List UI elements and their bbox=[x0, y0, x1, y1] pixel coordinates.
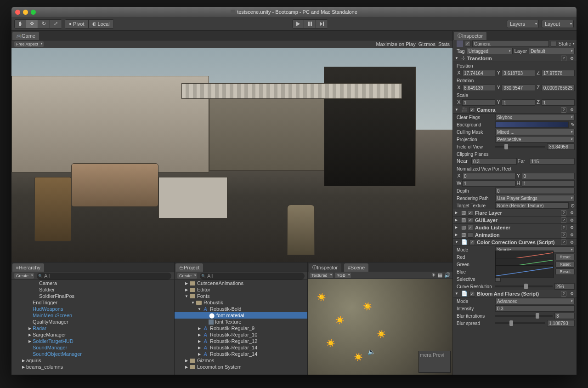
component-enable-checkbox[interactable] bbox=[468, 217, 473, 223]
layer-dropdown[interactable]: Default bbox=[529, 48, 575, 54]
hierarchy-item[interactable]: MainMenuScreen bbox=[11, 312, 174, 319]
hierarchy-item[interactable]: ▶SargeManager bbox=[11, 331, 174, 338]
hierarchy-item[interactable]: ▶beams_columns bbox=[11, 364, 174, 370]
blur-spread-input[interactable]: 1.188793 bbox=[547, 320, 575, 326]
gear-icon[interactable]: ⚙ bbox=[569, 217, 575, 223]
project-item[interactable]: ⬤font material bbox=[175, 312, 307, 319]
hand-tool-button[interactable] bbox=[14, 19, 26, 29]
component-header[interactable]: ▶▧Animation?⚙ bbox=[453, 231, 577, 239]
rotate-tool-button[interactable]: ↻ bbox=[38, 19, 50, 29]
hierarchy-item[interactable]: SoundObjectManager bbox=[11, 351, 174, 357]
hierarchy-item[interactable]: Camera bbox=[11, 280, 174, 286]
scene-viewport[interactable]: ☀️ ☀️ ☀️ ☀️ ☀️ ☀️ 🔈 mera Previ bbox=[308, 279, 452, 375]
bloom-header[interactable]: ▼📄Bloom And Flares (Script)?⚙ bbox=[453, 290, 577, 297]
cc-enable-checkbox[interactable] bbox=[469, 240, 475, 245]
help-icon[interactable]: ? bbox=[561, 56, 566, 61]
projection-dropdown[interactable]: Perspective bbox=[495, 136, 575, 143]
fov-slider[interactable] bbox=[495, 146, 545, 148]
hierarchy-search-input[interactable]: All bbox=[37, 273, 171, 280]
gear-icon[interactable]: ⚙ bbox=[569, 240, 575, 245]
color-correction-header[interactable]: ▼📄Color Correction Curves (Script)?⚙ bbox=[453, 239, 577, 246]
hierarchy-item[interactable]: HudWeapons bbox=[11, 306, 174, 312]
gear-icon[interactable]: ⚙ bbox=[569, 291, 575, 297]
curve-res-slider[interactable] bbox=[495, 285, 553, 287]
game-tab[interactable]: 🎮 Game bbox=[12, 32, 39, 40]
object-name-input[interactable]: Camera bbox=[472, 40, 549, 47]
gizmos-toggle[interactable]: Gizmos bbox=[418, 41, 435, 47]
help-icon[interactable]: ? bbox=[561, 291, 566, 297]
reset-red-button[interactable]: Reset bbox=[555, 254, 575, 260]
gear-icon[interactable]: ⚙ bbox=[569, 56, 575, 61]
hierarchy-item[interactable]: EndTrigger bbox=[11, 299, 174, 306]
project-item[interactable]: ▶ARobustik-Regular_14 bbox=[175, 344, 307, 351]
rendering-path-dropdown[interactable]: Use Player Settings bbox=[495, 195, 575, 201]
project-create-dropdown[interactable]: Create bbox=[177, 273, 197, 279]
reset-blue-button[interactable]: Reset bbox=[555, 268, 575, 275]
component-header[interactable]: ▶▧Audio Listener?⚙ bbox=[453, 224, 577, 231]
intensity-input[interactable]: 0.3 bbox=[495, 305, 575, 312]
reset-green-button[interactable]: Reset bbox=[555, 261, 575, 268]
curve-res-input[interactable]: 256 bbox=[554, 283, 575, 290]
pause-button[interactable] bbox=[304, 19, 316, 29]
aspect-dropdown[interactable]: Free Aspect bbox=[14, 41, 44, 47]
audio-icon[interactable]: 🔊 bbox=[444, 272, 451, 278]
scale-y-input[interactable]: 1 bbox=[502, 99, 535, 106]
gear-icon[interactable]: ⚙ bbox=[569, 107, 575, 113]
pivot-toggle-button[interactable]: ●Pivot bbox=[65, 19, 89, 29]
project-item[interactable]: ▼Robustik bbox=[175, 299, 307, 306]
project-item[interactable]: ▶Locomotion System bbox=[175, 364, 307, 370]
project-search-input[interactable]: All bbox=[200, 273, 305, 280]
gear-icon[interactable]: ⚙ bbox=[569, 232, 575, 238]
project-item[interactable]: ▼Fonts bbox=[175, 293, 307, 299]
help-icon[interactable]: ? bbox=[561, 240, 566, 245]
blur-spread-slider[interactable] bbox=[495, 322, 545, 324]
project-item[interactable]: ▼ARobustik-Bold bbox=[175, 306, 307, 312]
far-input[interactable]: 115 bbox=[530, 158, 575, 165]
hierarchy-create-dropdown[interactable]: Create bbox=[14, 273, 34, 279]
hierarchy-item[interactable]: SoldierFinalPos bbox=[11, 293, 174, 299]
object-picker-icon[interactable]: ⊙ bbox=[571, 203, 575, 209]
layout-dropdown[interactable]: Layout bbox=[542, 20, 574, 28]
project-item[interactable]: ▶ARobustik-Regular_9 bbox=[175, 325, 307, 331]
help-icon[interactable]: ? bbox=[561, 210, 566, 216]
project-item[interactable]: ▶Editor bbox=[175, 286, 307, 293]
blur-iter-input[interactable]: 3 bbox=[554, 313, 575, 319]
static-checkbox[interactable] bbox=[551, 41, 556, 46]
component-header[interactable]: ▶▧Flare Layer?⚙ bbox=[453, 209, 577, 217]
move-tool-button[interactable]: ✥ bbox=[26, 19, 38, 29]
fx-icon[interactable]: ▦ bbox=[438, 272, 442, 278]
pos-y-input[interactable]: 3.618703 bbox=[502, 70, 535, 76]
component-enable-checkbox[interactable] bbox=[468, 232, 473, 238]
fov-input[interactable]: 36.84956 bbox=[547, 143, 575, 150]
hierarchy-item[interactable]: QualityManager bbox=[11, 319, 174, 325]
bloom-enable-checkbox[interactable] bbox=[469, 291, 475, 297]
hierarchy-item[interactable]: SoundManager bbox=[11, 344, 174, 351]
scale-tool-button[interactable]: ⤢ bbox=[50, 19, 62, 29]
vp-y-input[interactable]: 0 bbox=[522, 173, 575, 179]
vp-x-input[interactable]: 0 bbox=[462, 173, 515, 179]
layers-dropdown[interactable]: Layers bbox=[507, 20, 539, 28]
help-icon[interactable]: ? bbox=[561, 232, 566, 238]
near-input[interactable]: 0.3 bbox=[471, 158, 517, 165]
background-color-picker[interactable] bbox=[495, 121, 569, 128]
gear-icon[interactable]: ⚙ bbox=[569, 225, 575, 230]
tag-dropdown[interactable]: Untagged bbox=[467, 48, 513, 54]
rot-x-input[interactable]: 8.649139 bbox=[462, 85, 495, 91]
help-icon[interactable]: ? bbox=[561, 107, 566, 113]
pos-z-input[interactable]: 17.97578 bbox=[542, 70, 575, 76]
project-item[interactable]: font Texture bbox=[175, 319, 307, 325]
light-icon[interactable]: ☀ bbox=[431, 272, 436, 278]
camera-header[interactable]: ▼🎥Camera?⚙ bbox=[453, 106, 577, 114]
bloom-mode-dropdown[interactable]: Advanced bbox=[495, 298, 575, 304]
component-enable-checkbox[interactable] bbox=[468, 210, 473, 216]
local-toggle-button[interactable]: ◐Local bbox=[89, 19, 114, 29]
scene-shading-dropdown[interactable]: Textured bbox=[310, 273, 333, 278]
play-button[interactable] bbox=[292, 19, 304, 29]
blur-iter-slider[interactable] bbox=[495, 315, 553, 317]
gear-icon[interactable]: ⚙ bbox=[569, 210, 575, 216]
scene-tab[interactable]: # Scene bbox=[344, 263, 368, 272]
inspector-tab[interactable]: ⓘ Inspector bbox=[454, 32, 486, 40]
project-item[interactable]: ▶CutsceneAnimations bbox=[175, 280, 307, 286]
eyedropper-icon[interactable]: ✎ bbox=[571, 122, 575, 128]
component-header[interactable]: ▶▧GUILayer?⚙ bbox=[453, 217, 577, 224]
